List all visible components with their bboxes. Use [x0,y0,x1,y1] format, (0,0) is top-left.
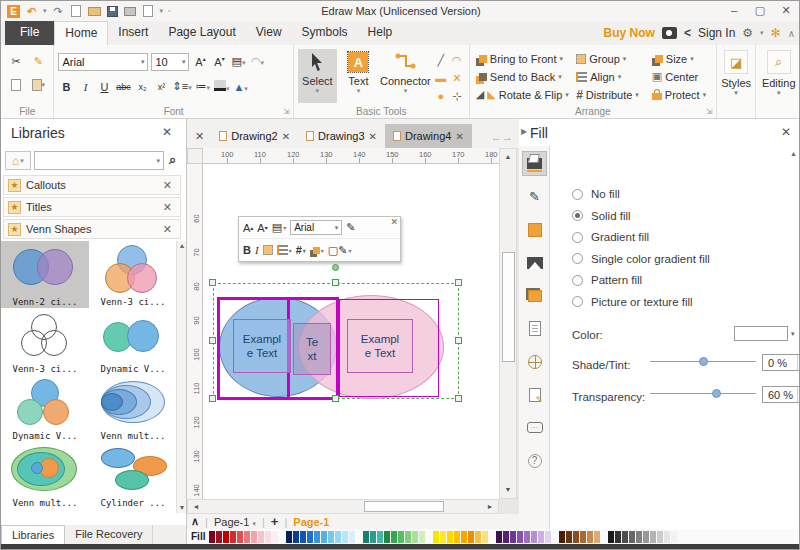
close-tab-icon[interactable]: ✕ [455,131,463,142]
mini-increase-font-icon[interactable]: A▴ [243,222,253,234]
palette-swatch[interactable] [475,531,481,543]
tab-home[interactable]: Home [54,21,108,45]
selection-handle[interactable] [332,279,339,286]
delete-shape-icon[interactable]: ✕ [452,72,461,85]
hyperlink-pane-icon[interactable] [522,349,547,374]
line-style-pane-icon[interactable]: ✎ [522,184,547,209]
document-tab-drawing4[interactable]: Drawing4✕ [385,124,472,148]
shape-item-2[interactable]: Venn-3 ci... [1,308,89,375]
vertical-scroll-thumb[interactable] [502,252,515,362]
palette-swatch[interactable] [363,531,369,543]
rectangle-shape-icon[interactable]: ▬ [435,72,446,84]
tab-symbols[interactable]: Symbols [292,21,358,45]
text-block-icon[interactable]: ▤▾ [230,55,246,68]
fill-option-no-fill[interactable]: No fill [572,188,620,200]
palette-swatch[interactable] [314,531,320,543]
editing-magnifier-icon[interactable]: ⌕ [767,50,791,74]
protect-button[interactable]: Protect▾ [650,89,712,101]
palette-swatch[interactable] [286,531,292,543]
selection-handle[interactable] [455,279,462,286]
selection-handle[interactable] [332,395,339,402]
palette-swatch[interactable] [342,531,348,543]
palette-swatch[interactable] [664,531,670,543]
settings-gear-icon[interactable]: ⚙ [742,26,753,40]
font-family-combo[interactable]: Arial▾ [58,53,148,71]
close-tab-icon[interactable]: ✕ [282,131,290,142]
buy-now-link[interactable]: Buy Now [604,26,655,40]
page-selector[interactable]: Page-1 ▾ [214,516,256,528]
palette-swatch[interactable] [573,531,579,543]
bullets-icon[interactable]: ≔▾ [195,80,211,93]
palette-swatch[interactable] [440,531,446,543]
paste-special-dropdown[interactable]: ▾ [160,7,164,15]
palette-swatch[interactable] [293,531,299,543]
shape-item-6[interactable]: Venn mult... [1,442,89,509]
palette-swatch[interactable] [272,531,278,543]
fill-option-pattern-fill[interactable]: Pattern fill [572,274,642,286]
palette-swatch[interactable] [300,531,306,543]
palette-swatch[interactable] [545,531,551,543]
fill-option-picture-or-texture-fill[interactable]: Picture or texture fill [572,296,693,308]
font-size-combo[interactable]: 10▾ [151,53,189,71]
palette-swatch[interactable] [580,531,586,543]
styles-icon[interactable]: ◪ [724,50,748,74]
connector-tool-button[interactable]: Connector ▾ [380,49,431,103]
palette-swatch[interactable] [398,531,404,543]
line-shape-icon[interactable]: ╱ [437,54,444,67]
library-scroll-up-icon[interactable]: ▲ [177,241,187,251]
palette-swatch[interactable] [237,531,243,543]
library-section-close-icon[interactable]: ✕ [163,223,172,236]
mini-distribute-icon[interactable]: #▾ [296,244,306,256]
library-home-button[interactable]: ⌂▾ [5,151,31,170]
shape-item-0[interactable]: Venn-2 ci... [1,241,89,308]
palette-swatch[interactable] [419,531,425,543]
send-to-back-button[interactable]: Send to Back▾ [474,71,574,83]
subscript-icon[interactable]: x₂ [134,82,150,92]
highlight-color-icon[interactable]: ▾ [214,80,230,93]
italic-icon[interactable]: I [77,81,93,93]
arc-shape-icon[interactable]: ◠ [452,54,462,67]
font-color-icon[interactable]: ▲▾ [233,81,249,93]
venn-right-text[interactable]: Exampl e Text [347,319,413,373]
palette-swatch[interactable] [524,531,530,543]
mini-decrease-font-icon[interactable]: A▾ [257,222,267,234]
palette-swatch[interactable] [405,531,411,543]
bold-icon[interactable]: B [58,81,74,93]
crop-icon[interactable]: ⊹ [452,90,461,103]
horizontal-scroll-thumb[interactable] [364,501,444,512]
connection-point[interactable] [332,264,339,271]
transparency-spinner[interactable]: 60 %▲▼ [762,386,800,403]
styles-dropdown[interactable]: ▾ [734,89,738,97]
palette-swatch[interactable] [335,531,341,543]
venn-left-text[interactable]: Exampl e Text [233,319,291,373]
center-button[interactable]: ▣Center [650,70,712,83]
font-dialog-launcher-icon[interactable]: ⇲ [283,107,290,116]
document-tab-drawing2[interactable]: Drawing2✕ [211,124,298,148]
sign-in-link[interactable]: Sign In [698,26,735,40]
drawing-canvas[interactable]: Exampl e Text Te xt Exampl e Text ✕ A▴ A… [203,164,499,499]
page-setup-pane-icon[interactable] [522,316,547,341]
palette-swatch[interactable] [258,531,264,543]
library-section-titles[interactable]: ★Titles✕ [3,197,181,217]
save-icon[interactable] [106,5,119,18]
close-document-icon[interactable]: ✕ [187,130,211,148]
tab-file[interactable]: File [5,21,54,45]
bring-to-front-button[interactable]: Bring to Front▾ [474,53,574,65]
libraries-panel-close-icon[interactable]: ✕ [162,125,172,139]
palette-swatch[interactable] [650,531,656,543]
transparency-slider[interactable] [650,388,756,399]
palette-swatch[interactable] [503,531,509,543]
decrease-font-icon[interactable]: A▾ [211,55,227,68]
fill-panel-close-icon[interactable]: ✕ [781,125,791,139]
add-page-button[interactable]: + [271,514,279,529]
tab-page-layout[interactable]: Page Layout [158,21,245,45]
palette-swatch[interactable] [538,531,544,543]
superscript-icon[interactable]: x² [153,82,169,92]
underline-icon[interactable]: U [96,81,112,93]
size-button[interactable]: Size▾ [650,53,712,65]
editing-dropdown[interactable]: ▾ [777,89,781,97]
mini-align-icon[interactable]: ▾ [277,245,292,255]
palette-swatch[interactable] [559,531,565,543]
palette-swatch[interactable] [643,531,649,543]
palette-swatch[interactable] [307,531,313,543]
